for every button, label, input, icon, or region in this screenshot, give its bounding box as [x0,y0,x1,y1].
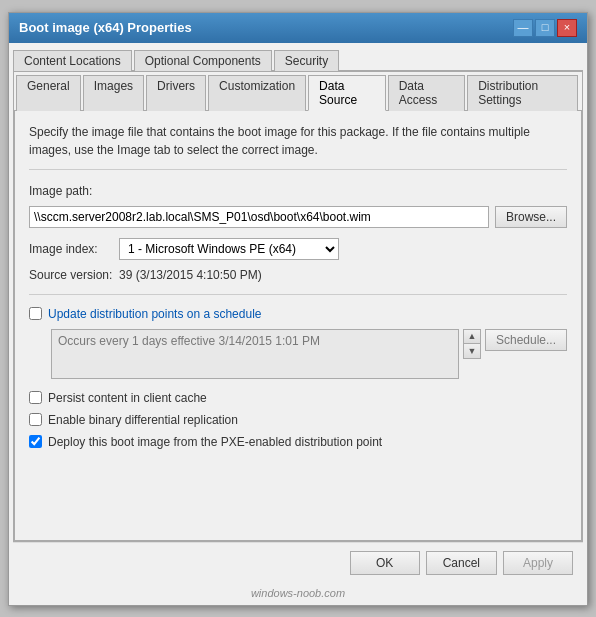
tab-general[interactable]: General [16,75,81,111]
window-title: Boot image (x64) Properties [19,20,192,35]
schedule-section: Occurs every 1 days effective 3/14/2015 … [51,329,567,379]
deploy-checkbox-row: Deploy this boot image from the PXE-enab… [29,435,567,449]
tab-row-2: General Images Drivers Customization Dat… [14,72,582,111]
image-path-row: Image path: [29,184,567,198]
separator-line [29,294,567,295]
tab-images[interactable]: Images [83,75,144,111]
tab-drivers[interactable]: Drivers [146,75,206,111]
deploy-checkbox[interactable] [29,435,42,448]
schedule-button[interactable]: Schedule... [485,329,567,351]
update-checkbox-row: Update distribution points on a schedule [29,307,567,321]
image-path-label: Image path: [29,184,119,198]
main-window: Boot image (x64) Properties — □ × Conten… [8,12,588,606]
apply-button[interactable]: Apply [503,551,573,575]
persist-checkbox-row: Persist content in client cache [29,391,567,405]
description-text: Specify the image file that contains the… [29,123,567,170]
binary-checkbox-row: Enable binary differential replication [29,413,567,427]
close-button[interactable]: × [557,19,577,37]
tab-data-access[interactable]: Data Access [388,75,466,111]
source-version-value: 39 (3/13/2015 4:10:50 PM) [119,268,262,282]
image-path-input-row: Browse... [29,206,567,228]
scroll-down-button[interactable]: ▼ [464,344,480,358]
watermark: windows-noob.com [13,583,583,601]
tab-data-source[interactable]: Data Source [308,75,386,111]
image-path-input[interactable] [29,206,489,228]
title-bar-buttons: — □ × [513,19,577,37]
tab-content-locations[interactable]: Content Locations [13,50,132,71]
scroll-arrows: ▲ ▼ [463,329,481,359]
tab-security[interactable]: Security [274,50,339,71]
source-version-row: Source version: 39 (3/13/2015 4:10:50 PM… [29,268,567,282]
bottom-buttons: OK Cancel Apply [13,542,583,583]
tab-row-1: Content Locations Optional Components Se… [13,47,583,71]
minimize-button[interactable]: — [513,19,533,37]
image-index-label: Image index: [29,242,119,256]
source-version-label: Source version: [29,268,119,282]
cancel-button[interactable]: Cancel [426,551,497,575]
image-index-select[interactable]: 1 - Microsoft Windows PE (x64) [119,238,339,260]
tab-optional-components[interactable]: Optional Components [134,50,272,71]
tab-customization[interactable]: Customization [208,75,306,111]
scroll-up-button[interactable]: ▲ [464,330,480,344]
window-body: Content Locations Optional Components Se… [9,43,587,605]
binary-checkbox[interactable] [29,413,42,426]
update-checkbox[interactable] [29,307,42,320]
persist-checkbox[interactable] [29,391,42,404]
deploy-checkbox-label[interactable]: Deploy this boot image from the PXE-enab… [48,435,382,449]
title-bar: Boot image (x64) Properties — □ × [9,13,587,43]
maximize-button[interactable]: □ [535,19,555,37]
image-index-row: Image index: 1 - Microsoft Windows PE (x… [29,238,567,260]
update-checkbox-label[interactable]: Update distribution points on a schedule [48,307,261,321]
binary-checkbox-label[interactable]: Enable binary differential replication [48,413,238,427]
ok-button[interactable]: OK [350,551,420,575]
browse-button[interactable]: Browse... [495,206,567,228]
content-area: Specify the image file that contains the… [14,111,582,541]
tab-distribution-settings[interactable]: Distribution Settings [467,75,578,111]
schedule-text: Occurs every 1 days effective 3/14/2015 … [51,329,459,379]
persist-checkbox-label[interactable]: Persist content in client cache [48,391,207,405]
